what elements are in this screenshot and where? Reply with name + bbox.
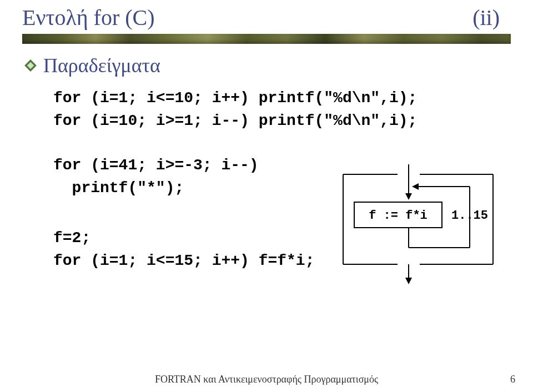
code-block-1: for (i=1; i<=10; i++) printf("%d\n",i); … [53, 87, 511, 132]
code-line: printf("*"); [53, 179, 184, 197]
code-line: for (i=1; i<=15; i++) f=f*i; [53, 252, 314, 269]
slide-title-left: Εντολή for (C) [22, 4, 155, 31]
code-line: for (i=10; i>=1; i--) printf("%d\n",i); [53, 112, 417, 129]
diagram-box-text: f := f*i [369, 209, 428, 223]
svg-marker-15 [412, 183, 419, 190]
svg-marker-17 [405, 278, 412, 284]
bullet-label: Παραδείγματα [43, 54, 160, 77]
code-line: for (i=1; i<=10; i++) printf("%d\n",i); [53, 89, 417, 107]
code-line: for (i=41; i>=-3; i--) [53, 157, 259, 174]
title-row: Εντολή for (C) (ii) [22, 4, 511, 31]
page-number: 6 [510, 374, 515, 385]
bullet-row: Παραδείγματα [24, 54, 511, 77]
slide-title-right: (ii) [472, 4, 511, 31]
footer-text: FORTRAN και Αντικειμενοστραφής Προγραμμα… [0, 374, 533, 385]
flow-diagram: f := f*i 1..15 [338, 164, 499, 287]
code-line: f=2; [53, 229, 90, 247]
title-divider [22, 34, 511, 44]
slide: Εντολή for (C) (ii) Παραδείγματα for (i=… [0, 0, 533, 392]
svg-marker-9 [405, 193, 412, 200]
diamond-bullet-icon [24, 59, 37, 72]
